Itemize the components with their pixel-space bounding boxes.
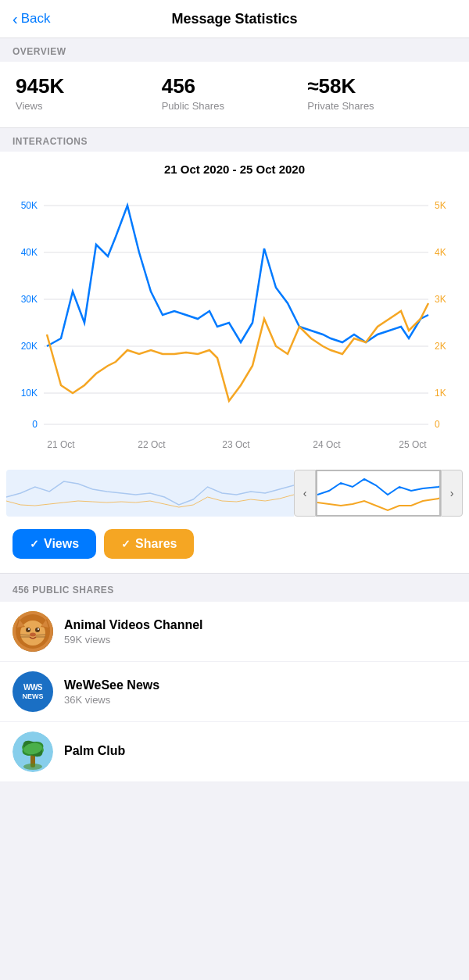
svg-text:40K: 40K xyxy=(21,247,38,258)
private-shares-stat: ≈58K Private Shares xyxy=(307,74,453,112)
svg-text:25 Oct: 25 Oct xyxy=(399,439,427,450)
interactions-block: 21 Oct 2020 - 25 Oct 2020 50K 40K 30K 20… xyxy=(0,152,469,574)
svg-text:3K: 3K xyxy=(435,294,446,305)
public-shares-value: 456 xyxy=(162,74,308,98)
mini-overview-svg xyxy=(6,470,294,517)
svg-text:5K: 5K xyxy=(435,200,446,211)
shares-toggle-label: Shares xyxy=(135,537,177,551)
views-toggle-label: Views xyxy=(44,537,79,551)
shares-toggle-button[interactable]: ✓ Shares xyxy=(104,529,194,559)
list-item[interactable]: Palm Club xyxy=(0,722,469,782)
svg-text:21 Oct: 21 Oct xyxy=(47,439,75,450)
wws-logo: WWS NEWS xyxy=(13,671,53,712)
channel-info: Palm Club xyxy=(64,744,125,760)
chart-date-range: 21 Oct 2020 - 25 Oct 2020 xyxy=(0,152,469,182)
svg-text:22 Oct: 22 Oct xyxy=(138,439,166,450)
svg-text:50K: 50K xyxy=(21,200,38,211)
public-shares-label: Public Shares xyxy=(162,100,308,112)
svg-text:1K: 1K xyxy=(435,388,446,399)
mini-chart-container: ‹ › xyxy=(0,467,469,520)
back-label: Back xyxy=(21,11,51,27)
main-chart-svg: 50K 40K 30K 20K 10K 0 5K 4K 3K 2K 1K 0 2… xyxy=(6,182,463,463)
channel-name: Palm Club xyxy=(64,744,125,758)
avatar xyxy=(13,611,53,652)
palm-avatar-image xyxy=(13,731,53,772)
list-item[interactable]: WWS NEWS WeWeSee News 36K views xyxy=(0,662,469,722)
svg-text:30K: 30K xyxy=(21,294,38,305)
channel-info: WeWeSee News 36K views xyxy=(64,678,159,706)
channel-name: WeWeSee News xyxy=(64,678,159,692)
channel-views: 59K views xyxy=(64,634,203,646)
public-shares-stat: 456 Public Shares xyxy=(162,74,308,112)
shares-list: Animal Videos Channel 59K views WWS NEWS… xyxy=(0,602,469,782)
interactions-section-label: INTERACTIONS xyxy=(0,128,469,152)
mini-nav-left[interactable]: ‹ xyxy=(294,470,316,517)
public-shares-section-label: 456 PUBLIC SHARES xyxy=(0,574,469,602)
svg-point-45 xyxy=(23,764,42,770)
mini-nav-right[interactable]: › xyxy=(441,470,463,517)
channel-views: 36K views xyxy=(64,694,159,706)
avatar: WWS NEWS xyxy=(13,671,53,712)
private-shares-label: Private Shares xyxy=(307,100,453,112)
overview-block: 945K Views 456 Public Shares ≈58K Privat… xyxy=(0,62,469,128)
app-header: ‹ Back Message Statistics xyxy=(0,0,469,38)
svg-text:4K: 4K xyxy=(435,247,446,258)
svg-point-29 xyxy=(38,628,39,630)
back-button[interactable]: ‹ Back xyxy=(13,11,50,27)
shares-check-icon: ✓ xyxy=(121,538,131,550)
svg-text:10K: 10K xyxy=(21,388,38,399)
views-stat: 945K Views xyxy=(16,74,162,112)
toggle-buttons: ✓ Views ✓ Shares xyxy=(0,520,469,562)
page-title: Message Statistics xyxy=(171,11,297,27)
svg-text:20K: 20K xyxy=(21,341,38,352)
svg-point-26 xyxy=(26,628,30,632)
svg-point-27 xyxy=(35,628,40,632)
back-chevron-icon: ‹ xyxy=(13,11,18,27)
channel-info: Animal Videos Channel 59K views xyxy=(64,618,203,646)
svg-point-30 xyxy=(30,633,36,637)
overview-section-label: OVERVIEW xyxy=(0,38,469,62)
views-value: 945K xyxy=(16,74,162,98)
avatar xyxy=(13,731,53,772)
svg-point-28 xyxy=(28,628,30,630)
list-item[interactable]: Animal Videos Channel 59K views xyxy=(0,602,469,662)
views-label: Views xyxy=(16,100,162,112)
lion-avatar-image xyxy=(13,611,53,652)
svg-text:0: 0 xyxy=(435,419,440,430)
views-check-icon: ✓ xyxy=(30,538,39,550)
svg-text:23 Oct: 23 Oct xyxy=(222,439,250,450)
svg-text:24 Oct: 24 Oct xyxy=(313,439,341,450)
main-chart-area: 50K 40K 30K 20K 10K 0 5K 4K 3K 2K 1K 0 2… xyxy=(0,182,469,467)
channel-name: Animal Videos Channel xyxy=(64,618,203,632)
private-shares-value: ≈58K xyxy=(307,74,453,98)
svg-text:2K: 2K xyxy=(435,341,446,352)
views-toggle-button[interactable]: ✓ Views xyxy=(13,529,96,559)
svg-text:0: 0 xyxy=(32,419,38,430)
mini-selected-svg xyxy=(317,471,441,517)
